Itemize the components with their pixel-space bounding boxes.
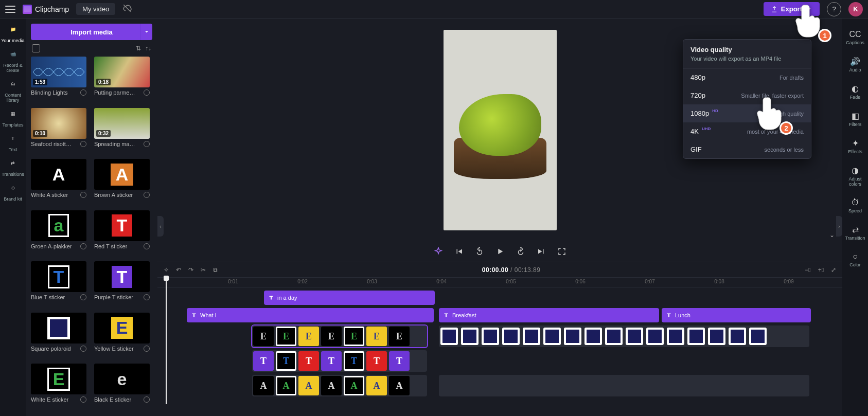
media-thumbnail: T: [94, 261, 150, 292]
collapse-right-panel-button[interactable]: ›: [836, 216, 842, 237]
select-all-checkbox[interactable]: [32, 44, 40, 52]
frame-clip[interactable]: [439, 325, 809, 347]
nav-record-create[interactable]: 📹 Record & create: [0, 48, 26, 76]
polaroid-frame: [543, 328, 561, 345]
import-media-button[interactable]: Import media: [31, 24, 152, 40]
export-label: Export: [781, 5, 802, 13]
sync-icon: [80, 141, 86, 147]
rnav-fade[interactable]: ◐Fade: [842, 80, 868, 104]
nav-templates[interactable]: ▦ Templates: [0, 108, 26, 131]
zoom-in-button[interactable]: +⃝: [818, 266, 824, 274]
media-item[interactable]: AWhite A sticker: [31, 159, 86, 206]
polaroid-frame: [667, 328, 684, 345]
sticker-frame: A: [298, 376, 319, 395]
nav-transitions[interactable]: ⇄ Transitions: [0, 157, 26, 180]
zoom-out-button[interactable]: −⃝: [805, 266, 810, 274]
effects-icon: ✦: [852, 138, 859, 148]
rnav-label: Captions: [846, 40, 864, 45]
export-option-label: 1080pHD: [690, 110, 719, 117]
rnav-color[interactable]: ○Color: [842, 248, 868, 272]
video-clip[interactable]: [439, 375, 809, 396]
brand: Clipchamp: [23, 5, 69, 14]
nav-label: Brand kit: [4, 196, 22, 202]
sticker-frame: A: [276, 376, 296, 395]
step-forward-button[interactable]: [516, 247, 525, 256]
filter-icon[interactable]: ⇅: [136, 45, 141, 52]
ai-enhance-button[interactable]: [434, 247, 443, 256]
media-item[interactable]: 0:32Spreading mashed …: [94, 108, 150, 155]
media-item[interactable]: EWhite E sticker: [31, 364, 86, 411]
media-item[interactable]: TPurple T sticker: [94, 261, 150, 309]
nav-content-library[interactable]: 🗂 Content library: [0, 78, 26, 106]
media-label-row: Square polaroid: [31, 343, 86, 354]
text-clip[interactable]: Breakfast: [439, 308, 659, 322]
rnav-adjust-colors[interactable]: ◑Adjust colors: [842, 161, 868, 191]
text-clip[interactable]: What I: [187, 308, 434, 322]
preview-player[interactable]: [444, 30, 557, 230]
export-button[interactable]: Export: [764, 2, 820, 16]
sort-icon[interactable]: ↑↓: [145, 45, 151, 52]
media-label-row: Spreading mashed …: [94, 139, 150, 149]
sticker-frame: E: [298, 327, 319, 346]
ruler-tick: 0:08: [714, 279, 724, 284]
collapse-media-panel-button[interactable]: ‹: [157, 216, 164, 237]
media-name: Purple T sticker: [94, 294, 133, 300]
media-item[interactable]: 0:18Putting parmesan c…: [94, 57, 150, 104]
text-clip[interactable]: Lunch: [662, 308, 811, 322]
templates-icon: ▦: [8, 111, 18, 121]
nav-brand-kit[interactable]: ◇ Brand kit: [0, 182, 26, 205]
copy-button[interactable]: ⧉: [213, 266, 218, 274]
skip-start-button[interactable]: [454, 247, 464, 256]
export-option-1080p[interactable]: 1080pHDHigh quality: [683, 104, 811, 122]
undo-button[interactable]: ↶: [176, 266, 181, 274]
cloud-off-icon[interactable]: [122, 4, 132, 15]
media-item[interactable]: 1:53Blinding Lights: [31, 57, 86, 104]
rnav-filters[interactable]: ◧Filters: [842, 107, 868, 131]
collapse-preview-button[interactable]: ⌄: [829, 231, 835, 239]
project-title[interactable]: My video: [76, 3, 115, 15]
export-option-720p[interactable]: 720pSmaller file, faster export: [683, 86, 811, 104]
rnav-audio[interactable]: 🔊Audio: [842, 52, 868, 77]
export-option-4k[interactable]: 4KUHDmost of your 4K media: [683, 122, 811, 140]
skip-end-button[interactable]: [537, 247, 546, 256]
media-item[interactable]: TRed T sticker: [94, 210, 150, 258]
export-option-gif[interactable]: GIFseconds or less: [683, 140, 811, 158]
rnav-speed[interactable]: ⏱Speed: [842, 194, 868, 218]
sticker-clip[interactable]: TTTTTTT: [252, 350, 427, 372]
sticker-clip[interactable]: AAAAAAA: [252, 375, 427, 396]
step-back-button[interactable]: [475, 247, 484, 256]
rnav-label: Audio: [849, 67, 861, 73]
rnav-captions[interactable]: CCCaptions: [842, 26, 868, 49]
playhead[interactable]: [164, 276, 169, 281]
cut-button[interactable]: ✂: [201, 266, 206, 274]
import-dropdown-button[interactable]: [140, 24, 152, 40]
media-item[interactable]: ABrown A sticker: [94, 159, 150, 206]
media-item[interactable]: EYellow E sticker: [94, 313, 150, 360]
media-item[interactable]: eBlack E sticker: [94, 364, 150, 411]
help-button[interactable]: ?: [827, 2, 841, 16]
nav-text[interactable]: T Text: [0, 133, 26, 155]
redo-button[interactable]: ↷: [188, 266, 193, 274]
transitions-icon: ⇄: [8, 160, 18, 171]
export-option-desc: Smaller file, faster export: [741, 93, 804, 99]
auto-enhance-icon[interactable]: ✧: [164, 266, 169, 274]
rnav-transition[interactable]: ⇄Transition: [842, 221, 868, 245]
rnav-effects[interactable]: ✦Effects: [842, 134, 868, 158]
sticker-frame: T: [276, 351, 296, 371]
text-clip[interactable]: in a day: [264, 291, 435, 305]
zoom-fit-button[interactable]: ⤢: [831, 266, 836, 274]
time-display: 00:00.00 / 00:13.89: [482, 266, 541, 274]
avatar[interactable]: K: [848, 2, 863, 16]
timeline-tracks[interactable]: in a day What I Breakfast Lunch: [157, 287, 842, 416]
media-item[interactable]: 0:10Seafood risotto at r…: [31, 108, 86, 155]
media-item[interactable]: TBlue T sticker: [31, 261, 86, 309]
export-option-480p[interactable]: 480pFor drafts: [683, 68, 811, 86]
sticker-clip[interactable]: EEEEEEE: [252, 325, 427, 347]
timeline-ruler[interactable]: 0:010:020:030:040:050:060:070:080:09: [157, 277, 842, 287]
media-item[interactable]: Square polaroid: [31, 313, 86, 360]
media-item[interactable]: aGroen A-plakker: [31, 210, 86, 258]
nav-your-media[interactable]: 📁 Your media: [0, 24, 26, 46]
menu-button[interactable]: [5, 6, 15, 13]
fullscreen-button[interactable]: [557, 247, 566, 256]
play-button[interactable]: [495, 247, 505, 256]
